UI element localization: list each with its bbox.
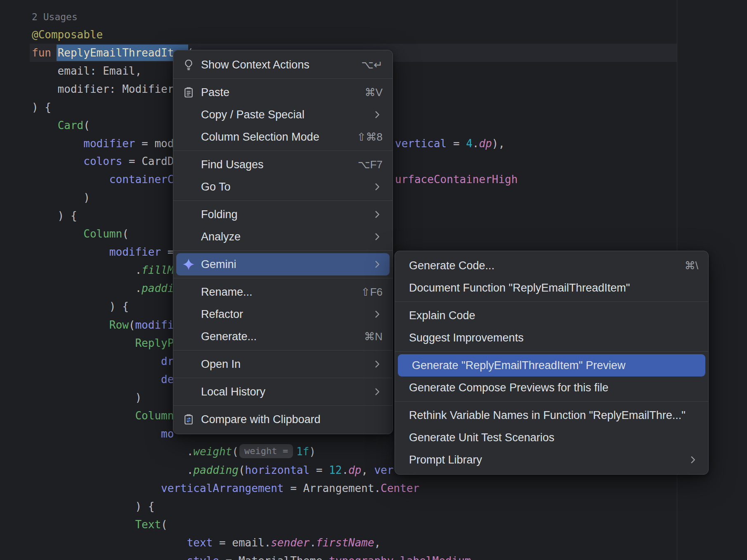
chevron-right-icon	[372, 209, 383, 220]
menu-item-paste[interactable]: Paste⌘V	[173, 81, 392, 104]
icon-slot-empty	[182, 230, 196, 244]
code-line[interactable]: Card(	[32, 116, 90, 134]
code-token: .	[32, 445, 193, 458]
function-declaration-line[interactable]: fun ReplyEmailThreadItem(	[32, 44, 193, 62]
inlay-parameter-hint[interactable]: weight =	[239, 444, 293, 458]
code-line[interactable]: verticalArrangement = Arrangement.Center	[32, 479, 419, 497]
code-token: )	[32, 391, 142, 404]
menu-item-generate-code[interactable]: Generate Code...⌘\	[395, 254, 708, 277]
code-token: de	[161, 373, 174, 386]
code-line[interactable]: @Composable	[32, 26, 103, 44]
code-line[interactable]: modifier: Modifier	[32, 80, 174, 98]
code-token: ) {	[32, 500, 154, 513]
code-line[interactable]: )	[32, 188, 90, 207]
code-token: 2 Usages	[32, 12, 78, 22]
code-line[interactable]: ) {	[32, 297, 129, 315]
code-line[interactable]: )	[32, 388, 142, 407]
menu-separator	[173, 405, 392, 406]
code-token: ,	[374, 536, 381, 549]
code-line[interactable]: email: Email,	[32, 62, 142, 80]
code-line[interactable]: colors = CardD	[32, 152, 174, 170]
code-line[interactable]: text = email.sender.firstName,	[32, 534, 381, 552]
menu-item-explain-code[interactable]: Explain Code	[395, 304, 708, 327]
menu-item-show-context-actions[interactable]: Show Context Actions⌥↵	[173, 54, 392, 76]
code-token: verticalArrangement	[161, 482, 284, 494]
code-token	[32, 173, 109, 186]
code-token: =	[161, 246, 174, 258]
code-line[interactable]: Text(	[32, 515, 168, 534]
menu-item-generate-compose-previews-for-this-file[interactable]: Generate Compose Previews for this file	[395, 376, 708, 399]
menu-item-label: Generate...	[201, 330, 349, 343]
menu-item-rename[interactable]: Rename...⇧F6	[173, 281, 392, 303]
code-token	[32, 518, 135, 531]
code-line[interactable]: ) {	[32, 98, 51, 116]
code-line[interactable]: .weight(weight =1f)	[32, 442, 316, 461]
code-token: Column	[135, 409, 174, 422]
menu-item-open-in[interactable]: Open In	[173, 353, 392, 375]
code-line[interactable]: .fillM	[32, 261, 174, 279]
code-line[interactable]: modifier = modvertical = 4.dp),	[32, 134, 174, 153]
menu-item-folding[interactable]: Folding	[173, 203, 392, 226]
menu-item-generate-replyemailthreaditem-preview[interactable]: Generate "ReplyEmailThreadItem" Preview	[398, 354, 705, 376]
menu-item-gemini[interactable]: Gemini	[176, 253, 390, 275]
code-line[interactable]: Column(	[32, 407, 180, 425]
menu-item-find-usages[interactable]: Find Usages⌥F7	[173, 153, 392, 176]
menu-shortcut: ⌘N	[364, 330, 383, 343]
code-line[interactable]: .paddi	[32, 279, 174, 297]
menu-item-label: Local History	[201, 386, 357, 398]
code-token: modifier: Modifier	[32, 83, 174, 95]
menu-item-generate-unit-test-scenarios[interactable]: Generate Unit Test Scenarios	[395, 426, 708, 449]
menu-item-analyze[interactable]: Analyze	[173, 226, 392, 248]
menu-item-generate[interactable]: Generate...⌘N	[173, 325, 392, 348]
chevron-right-icon	[372, 109, 383, 120]
ide-editor-screen: 2 Usages@Composablefun ReplyEmailThreadI…	[0, 0, 747, 560]
code-line[interactable]: style = MaterialTheme.typography.labelMe…	[32, 552, 471, 560]
menu-item-rethink-variable-names-in-function-replyemailthre[interactable]: Rethink Variable Names in Function "Repl…	[395, 404, 708, 426]
chevron-right-icon	[688, 454, 698, 465]
code-token: Column	[83, 228, 122, 240]
menu-item-prompt-library[interactable]: Prompt Library	[395, 449, 708, 471]
menu-item-label: Paste	[201, 86, 350, 99]
code-token: paddi	[142, 282, 174, 294]
icon-slot-empty	[182, 158, 196, 172]
menu-item-column-selection-mode[interactable]: Column Selection Mode⇧⌘8	[173, 126, 392, 148]
code-line[interactable]: modifier =	[32, 243, 174, 261]
menu-item-label: Explain Code	[409, 309, 698, 322]
menu-shortcut: ⌘V	[365, 86, 383, 99]
menu-item-refactor[interactable]: Refactor	[173, 303, 392, 325]
code-line[interactable]: de	[32, 370, 174, 388]
icon-slot-empty	[182, 329, 196, 344]
paste-icon	[182, 85, 196, 99]
code-token: urfaceContainerHigh	[395, 173, 518, 186]
code-line[interactable]: .padding(horizontal = 12.dp, ver	[32, 461, 394, 479]
menu-item-suggest-improvements[interactable]: Suggest Improvements	[395, 327, 708, 349]
code-line[interactable]: containerCurfaceContainerHigh	[32, 170, 174, 188]
icon-slot-empty	[182, 357, 196, 371]
menu-item-label: Open In	[201, 358, 357, 371]
code-line[interactable]: ) {	[32, 207, 77, 225]
code-line[interactable]: dr	[32, 352, 174, 370]
code-line[interactable]: Row(modifi	[32, 316, 174, 334]
code-line[interactable]: mo	[32, 425, 174, 443]
menu-item-label: Generate Compose Previews for this file	[409, 381, 698, 394]
menu-item-local-history[interactable]: Local History	[173, 381, 392, 403]
code-token: dp	[479, 137, 492, 150]
code-token: .	[342, 464, 348, 476]
code-token: (	[239, 464, 245, 476]
code-fragment: urfaceContainerHigh	[395, 170, 518, 188]
code-token: dp	[348, 464, 361, 476]
chevron-right-icon	[372, 259, 383, 270]
code-line[interactable]: ) {	[32, 497, 154, 515]
code-token: colors	[83, 155, 122, 167]
code-line[interactable]: Column(	[32, 225, 129, 243]
menu-item-compare-with-clipboard[interactable]: Compare with Clipboard	[173, 408, 392, 431]
code-token: modifier	[83, 137, 135, 150]
menu-item-copy-paste-special[interactable]: Copy / Paste Special	[173, 104, 392, 126]
usages-inlay[interactable]: 2 Usages	[32, 7, 78, 26]
code-token: ,	[361, 464, 374, 476]
code-token: ) {	[32, 300, 129, 313]
code-line[interactable]: ReplyP	[32, 334, 174, 352]
menu-item-go-to[interactable]: Go To	[173, 176, 392, 198]
menu-item-document-function-replyemailthreaditem[interactable]: Document Function "ReplyEmailThreadItem"	[395, 277, 708, 299]
menu-item-label: Rename...	[201, 286, 346, 299]
